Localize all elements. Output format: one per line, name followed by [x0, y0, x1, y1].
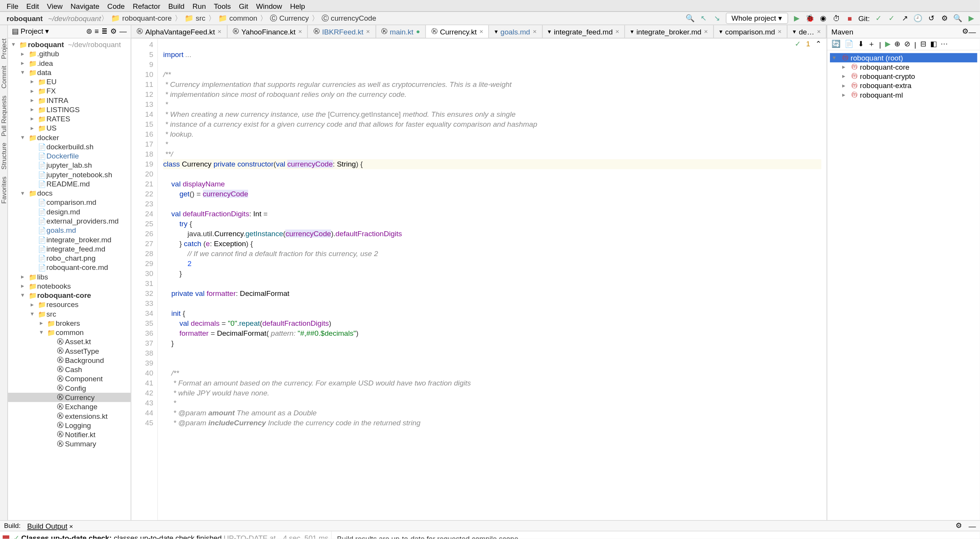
- tree-item[interactable]: ▾📁roboquant-core: [8, 291, 131, 300]
- reload-icon[interactable]: 🔄: [831, 40, 841, 49]
- vcs-commit-icon[interactable]: ✓: [887, 14, 896, 23]
- maven-module[interactable]: ▸ⓜroboquant-extra: [830, 81, 977, 90]
- project-tool-title[interactable]: ▤ Project ▾: [12, 27, 49, 36]
- tree-item[interactable]: 📄README.md: [8, 179, 131, 188]
- project-root[interactable]: roboquant: [4, 14, 45, 22]
- build-settings-icon[interactable]: ⚙: [956, 521, 962, 530]
- hide-icon[interactable]: —: [119, 27, 127, 36]
- settings-icon[interactable]: ⚙: [110, 27, 117, 36]
- generate-sources-icon[interactable]: 📄: [844, 40, 854, 49]
- breadcrumb-item[interactable]: Ⓒ Currency: [267, 14, 312, 22]
- maven-module[interactable]: ▸ⓜroboquant-crypto: [830, 72, 977, 81]
- maven-settings-icon[interactable]: ⚙: [962, 27, 969, 36]
- tree-item[interactable]: ▾📁roboquant~/dev/roboquant: [8, 40, 131, 49]
- show-diagram-icon[interactable]: ◧: [930, 40, 937, 49]
- project-tree[interactable]: ▾📁roboquant~/dev/roboquant▸📁.github▸📁.id…: [8, 39, 131, 520]
- hide-icon[interactable]: —: [969, 522, 976, 530]
- tree-item[interactable]: ▸📁notebooks: [8, 281, 131, 291]
- editor-tab[interactable]: ▾comparison.md×: [714, 25, 787, 38]
- run-icon[interactable]: ▶: [792, 14, 801, 23]
- vcs-update-icon[interactable]: ✓: [874, 14, 883, 23]
- tree-item[interactable]: ⓀAsset.kt: [8, 337, 131, 346]
- menu-help[interactable]: Help: [286, 2, 309, 10]
- expand-all-icon[interactable]: ≡: [95, 27, 99, 36]
- close-icon[interactable]: ×: [778, 28, 782, 35]
- editor-tab[interactable]: ⓀIBKRFeed.kt×: [308, 25, 376, 38]
- add-icon[interactable]: ＋: [868, 39, 875, 49]
- tree-item[interactable]: ▸📁.idea: [8, 59, 131, 68]
- tree-item[interactable]: 📄external_providers.md: [8, 216, 131, 225]
- close-icon[interactable]: ×: [217, 28, 221, 35]
- settings-icon[interactable]: ⚙: [940, 14, 949, 23]
- menu-git[interactable]: Git: [235, 2, 252, 10]
- editor-tab[interactable]: ▾integrate_feed.md×: [542, 25, 625, 38]
- tree-item[interactable]: 📄design.md: [8, 207, 131, 216]
- coverage-icon[interactable]: ◉: [818, 14, 828, 23]
- build-output-tab[interactable]: Build Output ×: [27, 522, 73, 530]
- tree-item[interactable]: ▾📁common: [8, 328, 131, 337]
- tree-item[interactable]: ▸📁.github: [8, 49, 131, 58]
- editor-tab[interactable]: ▾integrate_broker.md×: [625, 25, 714, 38]
- tree-item[interactable]: ▾📁data: [8, 68, 131, 77]
- tree-item[interactable]: ▸📁RATES: [8, 114, 131, 123]
- menu-run[interactable]: Run: [188, 2, 210, 10]
- collapse-icon[interactable]: ⊟: [920, 40, 926, 49]
- close-icon[interactable]: ×: [615, 28, 619, 35]
- maven-tree[interactable]: ▾ⓜroboquant (root)▸ⓜroboquant-core▸ⓜrobo…: [827, 51, 980, 520]
- line-gutter[interactable]: 4591011121314151617181920212223242526272…: [131, 39, 158, 520]
- menu-window[interactable]: Window: [252, 2, 286, 10]
- tree-item[interactable]: ⓀCash: [8, 365, 131, 374]
- download-icon[interactable]: ⬇: [858, 40, 864, 49]
- menu-edit[interactable]: Edit: [22, 2, 43, 10]
- tool-structure[interactable]: Structure: [0, 143, 7, 170]
- tree-item[interactable]: ⓀSummary: [8, 439, 131, 448]
- close-icon[interactable]: ×: [479, 28, 483, 35]
- tree-item[interactable]: 📄robo_chart.png: [8, 253, 131, 263]
- vcs-history-icon[interactable]: 🕘: [913, 14, 923, 23]
- tree-item[interactable]: ⓀConfig: [8, 384, 131, 393]
- collapse-all-icon[interactable]: ≣: [101, 27, 108, 36]
- tree-item[interactable]: ▸📁resources: [8, 300, 131, 309]
- tool-commit[interactable]: Commit: [0, 66, 7, 89]
- hide-icon[interactable]: —: [969, 28, 976, 36]
- tree-item[interactable]: ⓀAssetType: [8, 346, 131, 356]
- tree-item[interactable]: ▸📁LISTINGS: [8, 105, 131, 114]
- more-icon[interactable]: ⋯: [941, 40, 948, 49]
- run-maven-icon[interactable]: ▶: [885, 40, 890, 49]
- vcs-rollback-icon[interactable]: ↺: [927, 14, 936, 23]
- editor-tab[interactable]: ⓀYahooFinance.kt×: [227, 25, 308, 38]
- menu-code[interactable]: Code: [103, 2, 129, 10]
- tree-item[interactable]: 📄comparison.md: [8, 198, 131, 207]
- editor-tab[interactable]: ⓀCurrency.kt×: [426, 25, 489, 38]
- tool-pull-requests[interactable]: Pull Requests: [0, 95, 7, 136]
- maven-module[interactable]: ▸ⓜroboquant-core: [830, 62, 977, 72]
- close-icon[interactable]: ×: [704, 28, 708, 35]
- tree-item[interactable]: ⓀNotifier.kt: [8, 430, 131, 439]
- tree-item[interactable]: 📄integrate_broker.md: [8, 235, 131, 244]
- inspection-widget[interactable]: ✓ 1 ⌃: [794, 40, 823, 49]
- tree-item[interactable]: ▸📁libs: [8, 272, 131, 281]
- debug-icon[interactable]: 🐞: [805, 14, 815, 23]
- search-icon[interactable]: 🔍: [686, 14, 695, 23]
- menu-navigate[interactable]: Navigate: [67, 2, 103, 10]
- maven-module[interactable]: ▸ⓜroboquant-ml: [830, 90, 977, 100]
- next-occurrence-icon[interactable]: ↘: [712, 14, 721, 23]
- breadcrumb-item[interactable]: 📁 common: [216, 14, 260, 22]
- editor-tab[interactable]: ▾de…×: [787, 25, 826, 38]
- build-output[interactable]: Build results are up-to-date for request…: [332, 531, 980, 539]
- prev-occurrence-icon[interactable]: ↖: [699, 14, 708, 23]
- close-icon[interactable]: ×: [298, 28, 302, 35]
- run-anything-icon[interactable]: ▶: [967, 14, 976, 23]
- tree-item[interactable]: 📄goals.md: [8, 225, 131, 235]
- tree-item[interactable]: ▸📁INTRA: [8, 96, 131, 105]
- editor-tab[interactable]: ▾goals.md×: [489, 25, 542, 38]
- breadcrumb-item[interactable]: Ⓒ currencyCode: [319, 14, 379, 22]
- search-everywhere-icon[interactable]: 🔍: [953, 14, 962, 23]
- close-icon[interactable]: ×: [366, 28, 370, 35]
- tree-item[interactable]: 📄Dockerfile: [8, 151, 131, 160]
- execute-goal-icon[interactable]: ⊕: [894, 40, 900, 49]
- tree-item[interactable]: ⓀCurrency: [8, 393, 131, 402]
- tree-item[interactable]: Ⓚextensions.kt: [8, 411, 131, 420]
- editor-tab[interactable]: ⓀAlphaVantageFeed.kt×: [131, 25, 227, 38]
- close-icon[interactable]: ×: [533, 28, 537, 35]
